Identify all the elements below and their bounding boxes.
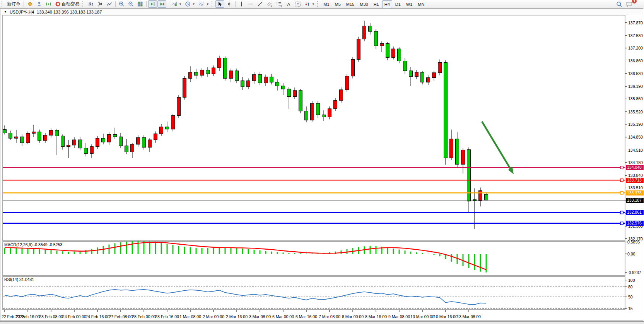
timeframe-button-M1[interactable]: M1 <box>321 0 331 8</box>
indicators-button[interactable]: ▼ <box>170 0 183 8</box>
candle-down <box>3 130 7 133</box>
candle-down <box>125 146 128 152</box>
candle-down <box>195 72 198 75</box>
line-handle <box>620 222 623 225</box>
line-handle <box>620 166 623 169</box>
toolbar-grip <box>2 1 4 7</box>
text-tool-button[interactable]: A <box>284 0 293 8</box>
zoom-in-button[interactable] <box>117 0 126 8</box>
candle-up <box>131 144 134 152</box>
candle-up <box>183 79 186 98</box>
collapse-icon[interactable]: ▼ <box>4 10 7 14</box>
timeframe-button-D1[interactable]: D1 <box>393 0 403 8</box>
candle-down <box>206 70 210 74</box>
candle-up <box>200 70 204 75</box>
chart-shift-button[interactable] <box>157 0 166 8</box>
tile-windows-icon <box>137 1 143 7</box>
candle-down <box>444 62 448 158</box>
notification-badge[interactable]: 1 <box>632 0 637 3</box>
autotrading-stop-icon <box>55 1 61 7</box>
candle-up <box>345 76 349 90</box>
periods-button[interactable]: ▼ <box>183 0 196 8</box>
signal-waves-icon <box>46 1 51 7</box>
timeframe-button-H1[interactable]: H1 <box>371 0 381 8</box>
channel-tool-button[interactable]: E <box>265 0 274 8</box>
crosshair-button[interactable] <box>225 0 234 8</box>
candle-down <box>235 71 239 81</box>
chart-canvas[interactable] <box>0 0 644 324</box>
line-handle <box>620 211 623 214</box>
candle-down <box>369 26 372 31</box>
gold-button[interactable] <box>26 0 34 8</box>
vertical-line-tool-button[interactable] <box>237 0 246 8</box>
candle-up <box>392 49 395 58</box>
timeframe-button-H4[interactable]: H4 <box>382 0 392 8</box>
line-handle <box>620 192 623 194</box>
candle-down <box>142 137 146 147</box>
arrows-tool-button[interactable]: ▼ <box>303 0 316 8</box>
search-button[interactable] <box>615 0 624 8</box>
new-order-button[interactable]: 新订单 <box>5 0 22 8</box>
timeframe-button-M5[interactable]: M5 <box>333 0 343 8</box>
candle-down <box>119 137 123 146</box>
bar-chart-button[interactable] <box>86 0 95 8</box>
candle-up <box>340 90 343 100</box>
candle-up <box>218 58 221 68</box>
zoom-in-icon <box>119 1 125 7</box>
candle-up <box>32 132 36 134</box>
candle-up <box>177 97 181 115</box>
clock-icon <box>185 1 191 7</box>
candle-down <box>456 139 459 165</box>
candle-up <box>415 72 419 77</box>
candle-up <box>450 139 453 158</box>
candle-up <box>229 71 233 79</box>
candle-down <box>61 136 65 146</box>
timeframe-button-MN[interactable]: MN <box>415 0 427 8</box>
candle-down <box>55 130 59 136</box>
timeframe-group: M1M5M15M30H1H4D1W1MN <box>321 0 427 8</box>
timeframe-button-M15[interactable]: M15 <box>344 0 357 8</box>
candle-down <box>398 49 401 61</box>
trendline-tool-button[interactable] <box>256 0 265 8</box>
text-label-tool-button[interactable]: T <box>294 0 302 8</box>
candle-down <box>258 75 262 83</box>
cursor-button[interactable] <box>215 0 224 8</box>
candle-down <box>322 115 326 117</box>
autotrading-button[interactable]: 自动交易 <box>53 0 81 8</box>
candle-up <box>67 145 70 147</box>
fibonacci-tool-button[interactable]: F <box>275 0 284 8</box>
candle-down <box>79 140 82 148</box>
community-button[interactable] <box>35 0 44 8</box>
auto-scroll-button[interactable] <box>148 0 157 8</box>
candle-down <box>38 132 41 141</box>
chart-ohlc-values: 133.340 133.396 133.183 133.187 <box>37 10 102 14</box>
candle-down <box>403 61 407 70</box>
autotrading-label: 自动交易 <box>62 1 80 7</box>
search-icon <box>616 1 622 7</box>
auto-scroll-icon <box>150 1 155 7</box>
templates-button[interactable]: ▼ <box>197 0 210 8</box>
zoom-out-button[interactable] <box>126 0 135 8</box>
chat-bubble-icon <box>626 1 632 7</box>
cursor-icon <box>217 1 223 7</box>
timeframe-button-W1[interactable]: W1 <box>404 0 415 8</box>
candle-up <box>264 77 268 83</box>
signals-button[interactable] <box>44 0 53 8</box>
svg-text:T: T <box>297 2 299 6</box>
candle-up <box>212 68 215 74</box>
candle-up <box>438 62 442 72</box>
candle-up <box>427 78 430 82</box>
line-chart-button[interactable] <box>105 0 114 8</box>
candle-down <box>386 43 389 57</box>
candlestick-chart-button[interactable] <box>96 0 104 8</box>
candle-up <box>334 100 337 109</box>
horizontal-line-tool-button[interactable] <box>246 0 255 8</box>
candle-down <box>113 134 117 137</box>
timeframe-button-M30[interactable]: M30 <box>357 0 370 8</box>
line-handle <box>620 179 623 182</box>
candle-down <box>276 82 279 86</box>
equidistant-channel-icon: E <box>266 1 273 7</box>
candlestick-icon <box>97 1 103 7</box>
tile-windows-button[interactable] <box>136 0 145 8</box>
annotation-arrow-head <box>508 167 514 174</box>
